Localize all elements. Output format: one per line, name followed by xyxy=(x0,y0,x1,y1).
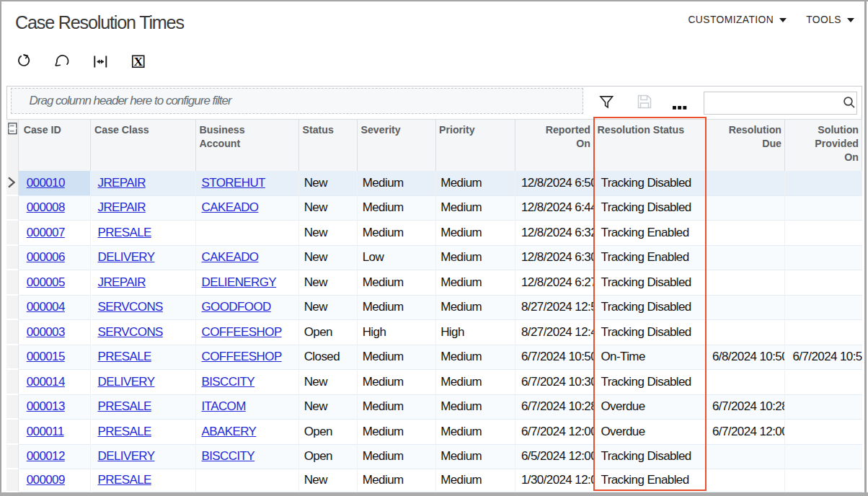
svg-text:X: X xyxy=(133,54,143,68)
